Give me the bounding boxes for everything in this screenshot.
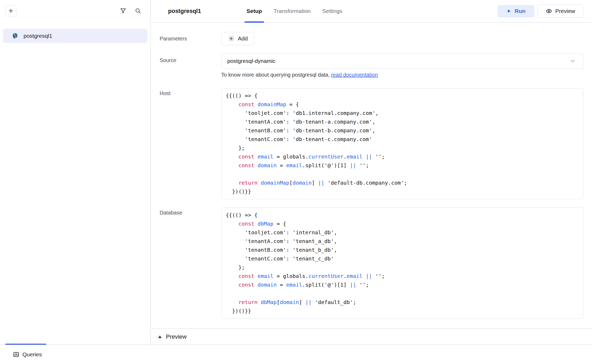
host-label: Host bbox=[160, 88, 221, 96]
tab-settings-label: Settings bbox=[322, 8, 342, 14]
source-select[interactable]: postgresql-dynamic bbox=[221, 53, 583, 69]
queries-tab-indicator bbox=[5, 344, 46, 345]
query-item-label: postgresql1 bbox=[24, 33, 52, 39]
query-editor-header: postgresql1 Setup Transformation Setting… bbox=[151, 0, 592, 23]
eye-icon bbox=[546, 8, 552, 14]
parameters-field: Add bbox=[221, 32, 583, 45]
queries-sidebar: postgresql1 bbox=[0, 0, 151, 344]
plus-icon bbox=[8, 8, 14, 14]
preview-section-label: Preview bbox=[166, 333, 187, 340]
postgresql-icon bbox=[12, 32, 18, 39]
app-footer: Queries bbox=[0, 344, 592, 364]
query-list: postgresql1 bbox=[0, 29, 150, 43]
chevron-down-icon bbox=[569, 58, 576, 64]
read-documentation-link[interactable]: read documentation bbox=[331, 72, 378, 78]
search-icon[interactable] bbox=[135, 8, 141, 14]
host-code-editor[interactable]: {{(() => { const domainMap = { 'tooljet.… bbox=[221, 88, 583, 199]
top-region: postgresql1 postgresql1 Setup Transforma… bbox=[0, 0, 592, 344]
database-field: {{(() => { const dbMap = { 'tooljet.com'… bbox=[221, 208, 583, 319]
triangle-up-icon bbox=[158, 335, 162, 339]
source-helper-text: To know more about querying postgresql d… bbox=[221, 72, 583, 78]
queries-panel-label: Queries bbox=[22, 351, 42, 358]
sidebar-toolbar-icons bbox=[120, 8, 141, 14]
host-field: {{(() => { const domainMap = { 'tooljet.… bbox=[221, 88, 583, 199]
add-parameter-button[interactable]: Add bbox=[221, 32, 254, 45]
tab-setup[interactable]: Setup bbox=[247, 0, 262, 22]
query-title: postgresql1 bbox=[168, 8, 201, 15]
tab-transformation-label: Transformation bbox=[274, 8, 311, 14]
parameters-row: Parameters Add bbox=[160, 32, 583, 45]
database-label: Database bbox=[160, 208, 221, 216]
sidebar-toolbar bbox=[0, 0, 150, 16]
queries-panel-tab[interactable]: Queries bbox=[0, 351, 42, 358]
source-select-value: postgresql-dynamic bbox=[227, 58, 275, 64]
source-helper-prefix: To know more about querying postgresql d… bbox=[221, 72, 331, 78]
tab-setup-label: Setup bbox=[247, 8, 262, 14]
preview-button-label: Preview bbox=[555, 8, 575, 14]
header-actions: Run Preview bbox=[498, 4, 583, 18]
source-row: Source postgresql-dynamic To know more a… bbox=[160, 53, 583, 78]
preview-button[interactable]: Preview bbox=[538, 4, 583, 18]
tab-transformation[interactable]: Transformation bbox=[274, 0, 311, 22]
source-label: Source bbox=[160, 53, 221, 63]
run-button-label: Run bbox=[515, 8, 525, 14]
setup-form: Parameters Add bbox=[151, 23, 592, 328]
query-list-item-postgresql1[interactable]: postgresql1 bbox=[3, 29, 147, 43]
tab-settings[interactable]: Settings bbox=[322, 0, 342, 22]
database-code-editor[interactable]: {{(() => { const dbMap = { 'tooljet.com'… bbox=[221, 208, 583, 319]
plus-square-icon bbox=[228, 35, 235, 42]
run-button[interactable]: Run bbox=[498, 5, 534, 17]
source-field: postgresql-dynamic To know more about qu… bbox=[221, 53, 583, 78]
host-row: Host {{(() => { const domainMap = { 'too… bbox=[160, 88, 583, 199]
add-parameter-label: Add bbox=[238, 35, 248, 42]
queries-icon bbox=[13, 351, 19, 358]
parameters-label: Parameters bbox=[160, 36, 221, 42]
preview-section-header[interactable]: Preview bbox=[151, 328, 592, 344]
database-row: Database {{(() => { const dbMap = { 'too… bbox=[160, 208, 583, 319]
query-editor-main: postgresql1 Setup Transformation Setting… bbox=[151, 0, 592, 344]
play-icon bbox=[507, 9, 511, 13]
filter-icon[interactable] bbox=[120, 8, 126, 14]
add-query-button[interactable] bbox=[5, 5, 16, 16]
query-editor-page: postgresql1 postgresql1 Setup Transforma… bbox=[0, 0, 592, 364]
editor-tabs: Setup Transformation Settings bbox=[247, 0, 343, 22]
